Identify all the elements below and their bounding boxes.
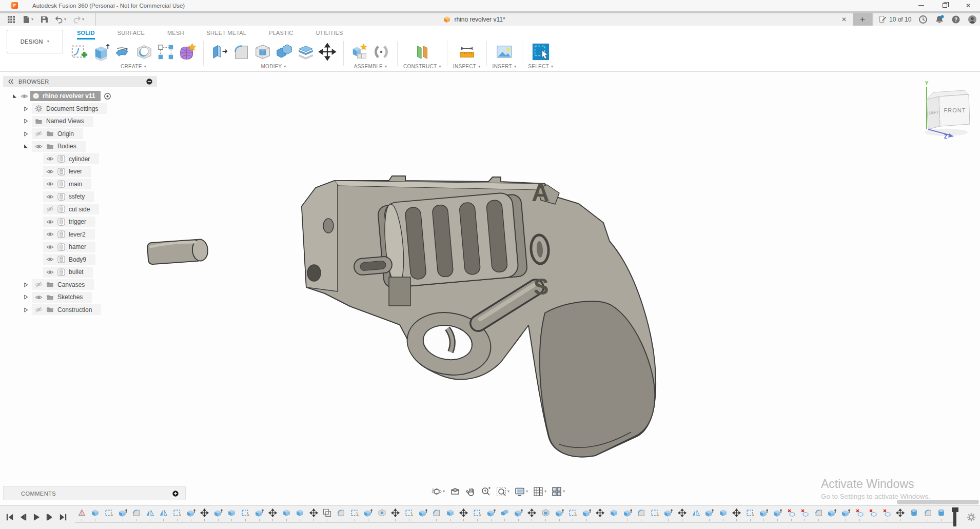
browser-item-main[interactable]: main <box>43 178 157 191</box>
visibility-toggle-icon[interactable] <box>46 243 54 251</box>
timeline-feature-move[interactable] <box>266 508 280 521</box>
expand-arrow-icon[interactable] <box>23 131 29 137</box>
extension-manager-icon[interactable] <box>918 15 928 24</box>
view-cube[interactable]: Y LEFT FRONT Z <box>916 80 973 139</box>
browser-item-ssfety[interactable]: ssfety <box>43 190 157 203</box>
tool-hole[interactable] <box>134 41 154 63</box>
group-menu-construct[interactable]: CONSTRUCT▾ <box>403 64 441 69</box>
timeline-feature-extrude[interactable] <box>553 508 566 521</box>
timeline-feature-extrude[interactable] <box>580 508 594 521</box>
expand-arrow-icon[interactable] <box>23 282 29 288</box>
timeline-feature-move[interactable] <box>457 508 471 521</box>
tool-create-sketch[interactable] <box>69 41 90 63</box>
timeline-feature-box[interactable] <box>443 508 457 521</box>
play-button[interactable] <box>32 513 41 522</box>
tool-move-copy[interactable] <box>317 41 338 63</box>
timeline-feature-sketch[interactable] <box>402 508 416 521</box>
step-forward-button[interactable] <box>45 513 54 522</box>
timeline-feature-sketch[interactable] <box>170 508 184 521</box>
timeline-feature-extrude[interactable] <box>484 508 498 521</box>
timeline-feature-extrude[interactable] <box>702 508 716 521</box>
tool-shell[interactable] <box>252 41 273 63</box>
notifications-icon[interactable] <box>935 15 944 24</box>
ribbon-tab-plastic[interactable]: PLASTIC <box>269 26 293 40</box>
minimize-button[interactable] <box>909 0 933 11</box>
tool-revolve[interactable] <box>112 41 133 63</box>
browser-item-sketches[interactable]: Sketches <box>23 291 157 304</box>
expand-arrow-icon[interactable] <box>23 106 29 112</box>
group-menu-select[interactable]: SELECT▾ <box>528 64 553 69</box>
group-menu-inspect[interactable]: INSPECT▾ <box>453 64 481 69</box>
timeline-feature-move[interactable] <box>894 508 908 521</box>
group-menu-insert[interactable]: INSERT▾ <box>493 64 517 69</box>
timeline-feature-fillet[interactable] <box>334 508 348 521</box>
timeline-feature-move[interactable] <box>675 508 689 521</box>
tool-select[interactable] <box>531 41 551 63</box>
expand-arrow-icon[interactable] <box>11 93 17 99</box>
visibility-toggle-icon[interactable] <box>46 218 54 226</box>
timeline-position-marker[interactable] <box>953 507 956 526</box>
expand-arrow-icon[interactable] <box>23 118 29 124</box>
expand-arrow-icon[interactable] <box>23 143 29 149</box>
tool-new-component[interactable] <box>349 41 370 63</box>
timeline-feature-shell[interactable] <box>539 508 553 521</box>
browser-item-named-views[interactable]: Named Views <box>23 115 157 128</box>
timeline-feature-sketch[interactable] <box>348 508 362 521</box>
timeline-feature-cylinder[interactable] <box>907 508 921 521</box>
timeline-settings-icon[interactable] <box>967 513 976 522</box>
look-at-button[interactable] <box>448 485 462 498</box>
timeline-feature-extrude[interactable] <box>252 508 266 521</box>
timeline-feature-extrude[interactable] <box>116 508 130 521</box>
tool-combine[interactable] <box>274 41 295 63</box>
display-settings-button[interactable]: ▾ <box>513 485 530 498</box>
timeline-feature-sketch[interactable] <box>471 508 484 521</box>
browser-item-bullet[interactable]: bullet <box>43 266 157 279</box>
browser-minimize-icon[interactable] <box>146 78 153 85</box>
tool-fillet[interactable] <box>231 41 251 63</box>
timeline-feature-move[interactable] <box>594 508 607 521</box>
timeline-feature-combine-x[interactable] <box>866 508 880 521</box>
tool-rectangular-pattern[interactable] <box>155 41 176 63</box>
tab-close-icon[interactable]: ✕ <box>841 16 847 23</box>
timeline-feature-hole[interactable] <box>375 508 389 521</box>
group-menu-create[interactable]: CREATE▾ <box>121 64 146 69</box>
timeline-feature-extrude[interactable] <box>757 508 771 521</box>
timeline-feature-extrude[interactable] <box>211 508 225 521</box>
redo-button[interactable]: ▾ <box>71 14 86 25</box>
tool-extrude[interactable] <box>91 41 111 63</box>
timeline-feature-combine-x[interactable] <box>853 508 867 521</box>
ribbon-tab-sheet-metal[interactable]: SHEET METAL <box>207 26 247 40</box>
timeline-feature-move[interactable] <box>198 508 211 521</box>
timeline-feature-extrude[interactable] <box>184 508 198 521</box>
visibility-toggle-icon[interactable] <box>46 256 54 263</box>
timeline-feature-sketch[interactable] <box>648 508 662 521</box>
timeline-feature-extrude[interactable] <box>662 508 676 521</box>
timeline-feature-fillet[interactable] <box>812 508 826 521</box>
close-button[interactable]: ✕ <box>956 0 980 11</box>
browser-item-root[interactable]: rhino revolver v11 <box>11 90 157 103</box>
timeline-feature-extrude[interactable] <box>361 508 375 521</box>
browser-item-construction[interactable]: Construction <box>23 304 157 317</box>
visibility-toggle-icon[interactable] <box>46 193 54 201</box>
timeline-feature-move[interactable] <box>389 508 403 521</box>
tool-measure[interactable] <box>457 41 477 63</box>
timeline-feature-extrude[interactable] <box>512 508 525 521</box>
timeline-feature-combine-x[interactable] <box>785 508 798 521</box>
horizontal-scrollbar[interactable] <box>897 500 979 504</box>
ribbon-tab-mesh[interactable]: MESH <box>167 26 184 40</box>
help-icon[interactable]: ? <box>951 15 961 24</box>
browser-item-lever[interactable]: lever <box>43 165 157 178</box>
file-menu-button[interactable]: ▾ <box>20 14 35 25</box>
ribbon-tab-solid[interactable]: SOLID <box>77 26 95 40</box>
timeline-feature-sketch[interactable] <box>239 508 252 521</box>
timeline-feature-plane[interactable] <box>75 508 89 521</box>
visibility-toggle-icon[interactable] <box>35 293 43 301</box>
app-grid-button[interactable] <box>5 14 17 25</box>
add-comment-icon[interactable] <box>172 490 179 497</box>
browser-item-cylinder[interactable]: cylinder <box>43 153 157 166</box>
document-tab[interactable]: rhino revolver v11* ✕ <box>96 13 853 26</box>
viewports-button[interactable]: ▾ <box>550 485 566 498</box>
visibility-toggle-icon[interactable] <box>46 205 54 213</box>
browser-item-lever2[interactable]: lever2 <box>43 228 157 241</box>
browser-item-body9[interactable]: Body9 <box>43 253 157 266</box>
